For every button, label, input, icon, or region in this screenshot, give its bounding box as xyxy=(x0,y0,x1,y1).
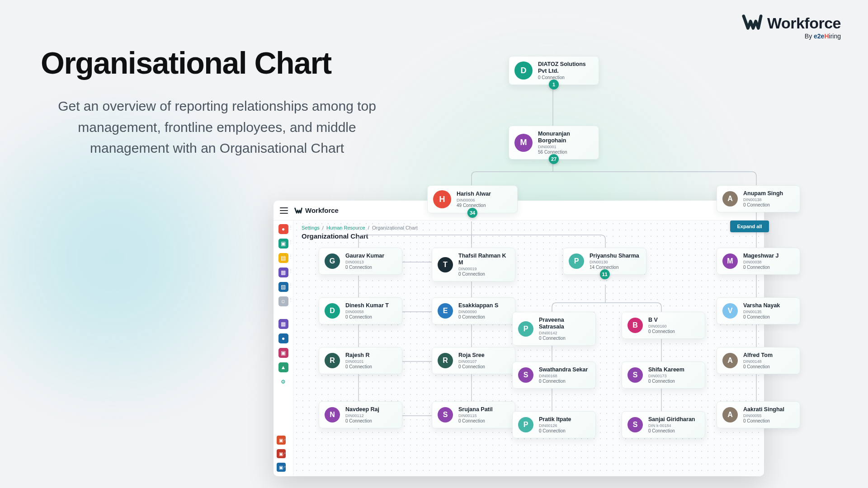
org-node-aakrati[interactable]: A Aakrati SinghalDIN000550 Connection xyxy=(717,401,800,428)
node-id: DIN00142 xyxy=(539,331,590,335)
sidebar-item-8[interactable]: ● xyxy=(278,333,288,343)
node-conn: 0 Connection xyxy=(648,379,684,384)
node-id: DIN00135 xyxy=(743,310,780,314)
avatar-icon: A xyxy=(722,407,738,422)
hero-title: Organisational Chart xyxy=(41,45,393,80)
sidebar-item-7[interactable]: ▦ xyxy=(278,319,288,329)
node-name: DIATOZ Solutions Pvt Ltd. xyxy=(538,61,593,75)
org-node-esakki[interactable]: E Esakkiappan SDIN000900 Connection xyxy=(432,297,515,324)
org-node-rajesh[interactable]: R Rajesh RDIN001010 Connection xyxy=(319,347,402,374)
node-name: Shifa Kareem xyxy=(648,366,684,373)
node-name: Thafsil Rahman K M xyxy=(458,253,509,266)
node-name: Varsha Nayak xyxy=(743,302,780,309)
avatar-icon: R xyxy=(325,353,340,368)
org-node-mageshwar[interactable]: M Mageshwar JDIN000380 Connection xyxy=(717,248,800,275)
node-conn: 0 Connection xyxy=(345,314,389,319)
org-node-sanjai[interactable]: S Sanjai GiridharanDIN k-001840 Connecti… xyxy=(622,411,705,438)
avatar-icon: S xyxy=(518,367,533,383)
node-id: DIN00107 xyxy=(458,359,485,364)
node-id: DIN00112 xyxy=(345,413,379,418)
avatar-icon: B xyxy=(627,318,643,333)
node-id: DIN00148 xyxy=(743,359,773,364)
node-conn: 0 Connection xyxy=(458,272,509,277)
org-node-shifa[interactable]: S Shifa KareemDIN001730 Connection xyxy=(622,361,705,389)
avatar-icon: P xyxy=(518,321,533,337)
avatar-icon: D xyxy=(514,61,533,80)
node-id: DIN k-00184 xyxy=(648,423,695,428)
node-conn: 0 Connection xyxy=(743,202,783,207)
node-conn: 14 Connection xyxy=(590,265,639,270)
crumb-hr[interactable]: Human Resource xyxy=(326,225,365,230)
node-id: DIN00038 xyxy=(743,260,779,264)
org-node-gaurav[interactable]: G Gaurav KumarDIN000130 Connection xyxy=(319,248,402,275)
expand-all-button[interactable]: Expand all xyxy=(730,221,769,232)
sidebar-link-2[interactable]: ▣ xyxy=(277,449,286,458)
node-id: DIN00173 xyxy=(648,374,684,378)
org-node-varsha[interactable]: V Varsha NayakDIN001350 Connection xyxy=(717,297,800,324)
settings-icon[interactable]: ⚙ xyxy=(278,377,288,387)
menu-icon[interactable] xyxy=(280,207,288,214)
org-node-srujana[interactable]: S Srujana PatilDIN001150 Connection xyxy=(432,401,515,428)
node-conn: 0 Connection xyxy=(743,265,779,270)
node-name: Alfred Tom xyxy=(743,352,773,359)
sidebar-item-5[interactable]: ▧ xyxy=(278,282,288,292)
org-node-monuranjan[interactable]: M Monuranjan Borgohain DIN00001 56 Conne… xyxy=(509,126,599,160)
node-conn: 0 Connection xyxy=(458,314,498,319)
sidebar-link-3[interactable]: ▣ xyxy=(277,463,286,472)
avatar-icon: E xyxy=(438,303,453,319)
hero-subtitle: Get an overview of reporting relationshi… xyxy=(41,96,393,159)
avatar-icon: P xyxy=(518,417,533,432)
org-node-priyanshu[interactable]: P Priyanshu SharmaDIN0013014 Connection … xyxy=(563,248,646,275)
count-badge[interactable]: 1 xyxy=(549,80,559,89)
org-node-navdeep[interactable]: N Navdeep RajDIN001120 Connection xyxy=(319,401,402,428)
page-title: Organizational Chart xyxy=(302,232,756,240)
org-node-harish[interactable]: H Harish Alwar DIN00006 49 Connection 34 xyxy=(427,185,518,213)
org-node-swath[interactable]: S Swathandra SekarDIN001680 Connection xyxy=(512,361,596,389)
sidebar-item-3[interactable]: ▤ xyxy=(278,253,288,263)
org-node-pratik[interactable]: P Pratik ItpateDIN001260 Connection xyxy=(512,411,596,438)
brand-logo: Workforce By e2eHiring xyxy=(742,12,841,40)
brand-name: Workforce xyxy=(767,14,841,32)
avatar-icon: S xyxy=(627,417,643,432)
node-id: DIN00058 xyxy=(345,310,389,314)
node-name: Dinesh Kumar T xyxy=(345,302,389,309)
sidebar-item-4[interactable]: ▦ xyxy=(278,267,288,277)
node-conn: 0 Connection xyxy=(539,379,588,384)
crumb-settings[interactable]: Settings xyxy=(302,225,320,230)
org-node-bv[interactable]: B B VDIN001600 Connection xyxy=(622,312,705,339)
sidebar-item-10[interactable]: ▲ xyxy=(278,362,288,372)
hero-section: Organisational Chart Get an overview of … xyxy=(41,45,393,159)
sidebar-item-9[interactable]: ▣ xyxy=(278,348,288,358)
org-node-alfred[interactable]: A Alfred TomDIN001480 Connection xyxy=(717,347,800,374)
node-id: DIN00168 xyxy=(539,374,588,378)
node-conn: 0 Connection xyxy=(458,364,485,369)
sidebar-item-2[interactable]: ▣ xyxy=(278,239,288,249)
node-conn: 0 Connection xyxy=(538,75,593,80)
sidebar-item-6[interactable]: ☺ xyxy=(278,296,288,306)
node-name: Esakkiappan S xyxy=(458,302,498,309)
node-conn: 0 Connection xyxy=(743,364,773,369)
org-node-roja[interactable]: R Roja SreeDIN001070 Connection xyxy=(432,347,515,374)
sidebar-item-1[interactable]: ● xyxy=(278,224,288,234)
org-node-praveena[interactable]: P Praveena SatrasalaDIN001420 Connection xyxy=(512,312,596,346)
org-node-thafsil[interactable]: T Thafsil Rahman K MDIN000190 Connection xyxy=(432,248,515,282)
org-node-root[interactable]: D DIATOZ Solutions Pvt Ltd. DIN00013 0 C… xyxy=(509,56,599,85)
node-name: Gaurav Kumar xyxy=(345,253,384,259)
org-node-dinesh[interactable]: D Dinesh Kumar TDIN000580 Connection xyxy=(319,297,402,324)
node-conn: 0 Connection xyxy=(458,418,493,423)
node-conn: 0 Connection xyxy=(648,329,675,334)
node-id: DIN00001 xyxy=(538,145,593,149)
node-conn: 0 Connection xyxy=(539,336,590,341)
node-name: Praveena Satrasala xyxy=(539,317,590,330)
avatar-icon: A xyxy=(722,353,738,368)
node-name: Srujana Patil xyxy=(458,406,493,413)
avatar-icon: V xyxy=(722,303,738,319)
node-id: DIN00006 xyxy=(457,198,491,202)
org-node-anupam[interactable]: A Anupam Singh DIN00138 0 Connection xyxy=(717,185,800,212)
node-name: Rajesh R xyxy=(345,352,372,359)
node-id: DIN00013 xyxy=(345,260,384,264)
sidebar-link-1[interactable]: ▣ xyxy=(277,436,286,445)
node-name: Navdeep Raj xyxy=(345,406,379,413)
node-conn: 0 Connection xyxy=(648,428,695,433)
breadcrumb: Settings / Human Resource / Organization… xyxy=(302,225,756,230)
